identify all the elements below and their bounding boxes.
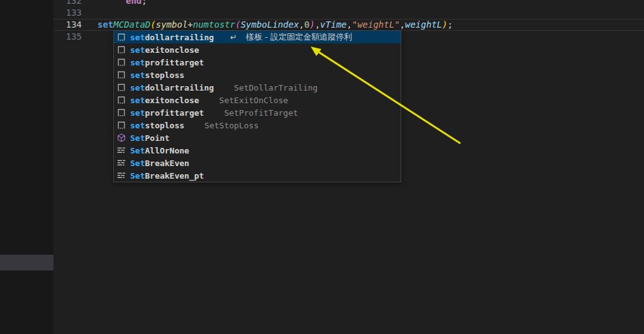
suggestion-label: SetBreakEven_pt bbox=[130, 171, 204, 181]
code-token: weightL bbox=[405, 19, 442, 30]
label-rest: exitonclose bbox=[145, 45, 199, 55]
suggestion-label: SetPoint bbox=[130, 133, 170, 143]
line-content bbox=[97, 7, 644, 19]
code-token: , bbox=[400, 19, 405, 30]
snippet-icon bbox=[116, 32, 126, 42]
snippet-icon bbox=[116, 120, 126, 130]
label-rest: AllOrNone bbox=[145, 146, 189, 155]
gutter-spacer bbox=[82, 31, 97, 43]
suggestion-setstoploss[interactable]: setstoplossSetStopLoss bbox=[114, 119, 401, 131]
suggestion-setexitonclose[interactable]: setexitonclose bbox=[114, 43, 401, 56]
panel-slider[interactable] bbox=[0, 255, 53, 270]
code-line-134[interactable]: 134setMCDataD(symbol+numtostr(SymboLinde… bbox=[53, 19, 644, 31]
suggestion-label: setdollartrailing bbox=[130, 33, 214, 42]
suggestion-setexitonclose[interactable]: setexitoncloseSetExitOnClose bbox=[114, 94, 401, 106]
line-number: 135 bbox=[53, 31, 82, 43]
suggestion-detail: SetProfitTarget bbox=[224, 108, 297, 118]
label-rest: profittarget bbox=[145, 58, 204, 67]
code-line-133[interactable]: 133 bbox=[53, 7, 644, 19]
suggestion-setbreakeven_pt[interactable]: SetBreakEven_pt bbox=[114, 169, 401, 182]
matched-prefix: set bbox=[130, 45, 145, 55]
matched-prefix: set bbox=[130, 83, 145, 92]
snippet-icon bbox=[116, 82, 126, 92]
keyword-icon bbox=[116, 145, 126, 155]
suggestion-setdollartrailing[interactable]: setdollartrailingSetDollarTrailing bbox=[114, 81, 401, 94]
label-rest: Point bbox=[145, 133, 169, 143]
code-token: "weightL" bbox=[352, 19, 400, 30]
matched-prefix: Set bbox=[130, 171, 145, 181]
insert-icon: ↵ bbox=[230, 33, 237, 42]
method-icon bbox=[116, 133, 126, 143]
line-number: 133 bbox=[53, 7, 82, 19]
code-token: MCDataD bbox=[113, 19, 150, 30]
suggestion-setpoint[interactable]: SetPoint bbox=[114, 131, 401, 144]
matched-prefix: set bbox=[130, 108, 145, 118]
suggestion-setstoploss[interactable]: setstoploss bbox=[114, 69, 401, 81]
suggestion-label: setstoploss bbox=[130, 70, 184, 80]
code-token: + bbox=[187, 19, 192, 30]
snippet-icon bbox=[116, 95, 126, 105]
snippet-icon bbox=[116, 108, 126, 118]
line-number: 132 bbox=[53, 0, 82, 7]
line-content: end; bbox=[97, 0, 644, 7]
code-token: vTime bbox=[320, 19, 347, 30]
code-token: , bbox=[299, 19, 304, 30]
matched-prefix: Set bbox=[130, 146, 145, 155]
suggestion-setbreakeven[interactable]: SetBreakEven bbox=[114, 157, 401, 169]
code-token: ; bbox=[447, 19, 452, 30]
line-number: 134 bbox=[53, 19, 82, 30]
code-token: ) bbox=[309, 19, 314, 30]
suggestion-detail: SetDollarTrailing bbox=[234, 83, 318, 92]
suggestion-label: setprofittarget bbox=[130, 108, 204, 118]
label-rest: dollartrailing bbox=[145, 83, 214, 92]
code-token: set bbox=[97, 19, 113, 30]
vscode-editor-window: 132end;133134setMCDataD(symbol+numtostr(… bbox=[0, 0, 644, 334]
keyword-icon bbox=[116, 158, 126, 168]
suggestion-label: setdollartrailing bbox=[130, 83, 214, 92]
code-token: ( bbox=[235, 19, 240, 30]
gutter-spacer bbox=[82, 19, 97, 30]
code-token: end bbox=[126, 0, 142, 6]
suggest-widget: setdollartrailing↵樣板 - 設定固定金額追蹤停利setexit… bbox=[113, 30, 401, 182]
label-rest: BreakEven bbox=[145, 159, 189, 168]
snippet-icon bbox=[116, 45, 126, 55]
line-content: setMCDataD(symbol+numtostr(SymboLindex,0… bbox=[97, 19, 644, 30]
matched-prefix: Set bbox=[130, 159, 145, 168]
matched-prefix: Set bbox=[130, 133, 145, 143]
gutter-spacer bbox=[82, 7, 97, 19]
matched-prefix: set bbox=[130, 58, 145, 67]
matched-prefix: set bbox=[130, 121, 145, 130]
code-token: ( bbox=[150, 19, 155, 30]
matched-prefix: set bbox=[130, 96, 145, 105]
code-token: numtostr bbox=[193, 19, 235, 30]
snippet-icon bbox=[116, 70, 126, 80]
matched-prefix: set bbox=[130, 33, 145, 42]
left-panel bbox=[0, 0, 53, 334]
code-token: ; bbox=[142, 0, 147, 6]
label-rest: profittarget bbox=[145, 108, 204, 118]
snippet-icon bbox=[116, 57, 126, 67]
suggestion-label: setstoploss bbox=[130, 121, 184, 130]
code-token: symbol bbox=[156, 19, 188, 30]
suggestion-label: SetBreakEven bbox=[130, 159, 189, 168]
code-line-132[interactable]: 132end; bbox=[53, 0, 644, 7]
suggestion-setprofittarget[interactable]: setprofittargetSetProfitTarget bbox=[114, 106, 401, 119]
matched-prefix: set bbox=[130, 70, 145, 80]
code-token: , bbox=[347, 19, 352, 30]
gutter-spacer bbox=[82, 0, 97, 7]
label-rest: dollartrailing bbox=[145, 33, 214, 42]
suggestion-setprofittarget[interactable]: setprofittarget bbox=[114, 56, 401, 69]
suggestion-label: setprofittarget bbox=[130, 58, 204, 67]
label-rest: stoploss bbox=[145, 121, 184, 130]
label-rest: BreakEven_pt bbox=[145, 171, 204, 181]
suggestion-setallornone[interactable]: SetAllOrNone bbox=[114, 144, 401, 157]
suggestion-label: setexitonclose bbox=[130, 96, 199, 105]
suggestion-description: 樣板 - 設定固定金額追蹤停利 bbox=[246, 31, 352, 43]
suggestion-label: SetAllOrNone bbox=[130, 146, 189, 155]
label-rest: stoploss bbox=[145, 70, 184, 80]
suggestion-setdollartrailing[interactable]: setdollartrailing↵樣板 - 設定固定金額追蹤停利 bbox=[114, 31, 401, 43]
label-rest: exitonclose bbox=[145, 96, 199, 105]
code-token: 0 bbox=[304, 19, 309, 30]
suggestion-label: setexitonclose bbox=[130, 45, 199, 55]
suggestion-detail: SetStopLoss bbox=[204, 121, 258, 130]
